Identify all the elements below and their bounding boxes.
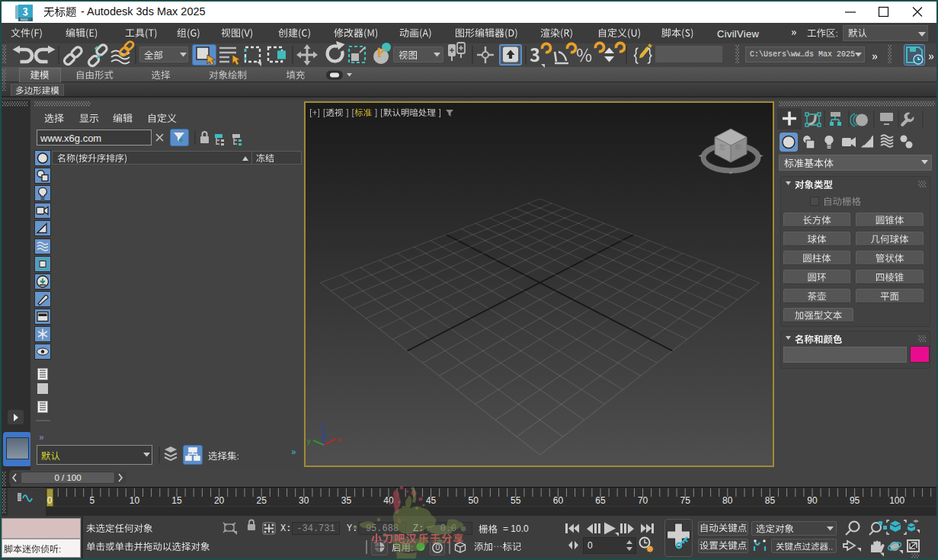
svg-text:y: y xyxy=(307,437,311,445)
svg-text:20: 20 xyxy=(214,495,225,506)
svg-text:5: 5 xyxy=(89,495,94,506)
svg-text:60: 60 xyxy=(553,495,564,506)
svg-text:55: 55 xyxy=(511,495,521,506)
svg-text:25: 25 xyxy=(257,495,267,506)
svg-text:100: 100 xyxy=(889,495,904,506)
svg-text:65: 65 xyxy=(595,495,606,506)
svg-text:15: 15 xyxy=(171,495,182,506)
svg-text:x: x xyxy=(338,435,341,443)
svg-text:80: 80 xyxy=(722,495,733,506)
svg-text:45: 45 xyxy=(426,495,437,506)
svg-text:50: 50 xyxy=(469,495,479,506)
svg-text:0: 0 xyxy=(47,495,53,506)
svg-text:30: 30 xyxy=(299,495,309,506)
svg-text:40: 40 xyxy=(383,495,394,506)
svg-text:z: z xyxy=(321,421,325,429)
svg-text:35: 35 xyxy=(341,495,352,506)
svg-text:85: 85 xyxy=(765,495,776,506)
svg-text:10: 10 xyxy=(130,495,140,506)
svg-text:95: 95 xyxy=(850,495,860,506)
svg-text:75: 75 xyxy=(680,495,691,506)
svg-text:90: 90 xyxy=(807,495,818,506)
svg-text:70: 70 xyxy=(638,495,648,506)
